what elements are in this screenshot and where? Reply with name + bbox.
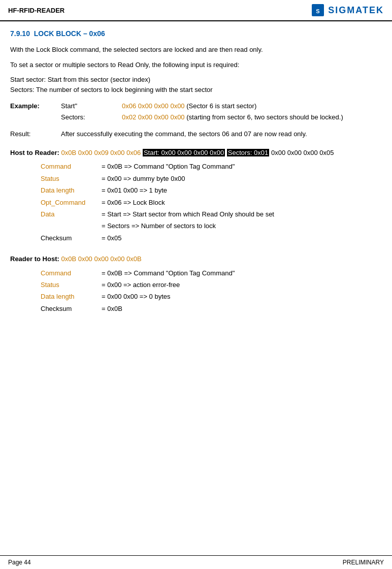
cmd-key-1: Status	[41, 173, 102, 184]
cmd-key-3: Opt_Command	[41, 197, 102, 208]
rh-cmd-val-1: = 0x00 => action error-free	[102, 279, 382, 291]
cmd-row-2: Data length = 0x01 0x00 => 1 byte	[41, 184, 382, 196]
svg-text:S: S	[316, 8, 320, 14]
start-highlight: Start: 0x00 0x00 0x00 0x00	[143, 149, 225, 156]
host-reader-header: Host to Reader: 0x0B 0x00 0x09 0x00 0x06…	[10, 147, 382, 159]
example-start-key: Start"	[61, 101, 122, 112]
page-footer: Page 44 PRELIMINARY	[0, 555, 392, 569]
host-reader-orange: 0x0B 0x00 0x09 0x00 0x06	[61, 149, 141, 156]
rh-cmd-row-0: Command = 0x0B => Command "Option Tag Co…	[41, 267, 382, 279]
intro3-line1: Start sector: Start from this sector (se…	[10, 76, 150, 83]
logo-text: SIGMATEK	[328, 5, 384, 16]
host-reader-label: Host to Reader:	[10, 149, 59, 156]
example-block: Example: Start" 0x06 0x00 0x00 0x00 (Sec…	[10, 101, 382, 123]
cmd-row-3: Opt_Command = 0x06 => Lock Block	[41, 197, 382, 208]
document-title: HF-RFID-READER	[8, 7, 64, 14]
document-status: PRELIMINARY	[343, 559, 384, 566]
cmd-val-1: = 0x00 => dummy byte 0x00	[102, 173, 382, 184]
page-header: HF-RFID-READER S SIGMATEK	[0, 0, 392, 21]
sectors-highlight: Sectors: 0x01	[227, 149, 270, 156]
example-row-start: Example: Start" 0x06 0x00 0x00 0x00 (Sec…	[10, 101, 382, 112]
cmd-val-4: = Start => Start sector from which Read …	[102, 208, 382, 220]
page-content: 7.9.10 LOCK BLOCK – 0x06 With the Lock B…	[0, 21, 392, 348]
rh-cmd-row-1: Status = 0x00 => action error-free	[41, 279, 382, 291]
rh-cmd-row-2: Data length = 0x00 0x00 => 0 bytes	[41, 291, 382, 302]
cmd-key-5	[41, 220, 102, 232]
rh-cmd-val-0: = 0x0B => Command "Option Tag Command"	[102, 267, 382, 279]
reader-host-header: Reader to Host: 0x0B 0x00 0x00 0x00 0x0B	[10, 253, 382, 265]
cmd-key-6: Checksum	[41, 232, 102, 244]
result-label: Result:	[10, 129, 61, 140]
example-table: Example: Start" 0x06 0x00 0x00 0x00 (Sec…	[10, 101, 382, 123]
section-number: 7.9.10	[10, 29, 30, 38]
cmd-key-0: Command	[41, 161, 102, 172]
cmd-row-4: Data = Start => Start sector from which …	[41, 208, 382, 220]
cmd-val-3: = 0x06 => Lock Block	[102, 197, 382, 208]
rh-cmd-key-3: Checksum	[41, 303, 102, 314]
cmd-val-0: = 0x0B => Command "Option Tag Command"	[102, 161, 382, 172]
sigmatek-logo-icon: S	[311, 3, 325, 17]
reader-host-commands: Command = 0x0B => Command "Option Tag Co…	[41, 267, 382, 315]
start-val-normal: (Sector 6 is start sector)	[186, 102, 256, 110]
sectors-val-orange: 0x02 0x00 0x00 0x00	[122, 113, 185, 121]
intro-para-3: Start sector: Start from this sector (se…	[10, 75, 382, 94]
example-sectors-val: 0x02 0x00 0x00 0x00 (starting from secto…	[122, 112, 382, 123]
sectors-val-normal: (starting from sector 6, two sectors sho…	[186, 113, 343, 121]
cmd-row-6: Checksum = 0x05	[41, 232, 382, 244]
logo-area: S SIGMATEK	[311, 3, 384, 17]
host-reader-suffix: 0x00 0x00 0x00 0x05	[271, 149, 334, 156]
intro-para-1: With the Lock Block command, the selecte…	[10, 45, 382, 55]
result-table: Result: After successfully executing the…	[10, 129, 382, 140]
cmd-row-5: = Sectors => Number of sectors to lock	[41, 220, 382, 232]
result-row: Result: After successfully executing the…	[10, 129, 382, 140]
rh-cmd-key-0: Command	[41, 267, 102, 279]
example-row-sectors: Sectors: 0x02 0x00 0x00 0x00 (starting f…	[10, 112, 382, 123]
cmd-key-2: Data length	[41, 184, 102, 196]
start-val-orange: 0x06 0x00 0x00 0x00	[122, 102, 185, 110]
page-number: Page 44	[8, 559, 31, 566]
reader-host-orange: 0x0B 0x00 0x00 0x00 0x0B	[61, 255, 141, 263]
cmd-val-6: = 0x05	[102, 232, 382, 244]
example-sectors-key: Sectors:	[61, 112, 122, 123]
rh-cmd-row-3: Checksum = 0x0B	[41, 303, 382, 314]
example-start-val: 0x06 0x00 0x00 0x00 (Sector 6 is start s…	[122, 101, 382, 112]
rh-cmd-key-1: Status	[41, 279, 102, 291]
rh-cmd-key-2: Data length	[41, 291, 102, 302]
cmd-key-4: Data	[41, 208, 102, 220]
rh-cmd-val-3: = 0x0B	[102, 303, 382, 314]
cmd-row-0: Command = 0x0B => Command "Option Tag Co…	[41, 161, 382, 172]
intro-para-2: To set a sector or multiple sectors to R…	[10, 60, 382, 70]
section-title: 7.9.10 LOCK BLOCK – 0x06	[10, 29, 382, 38]
example-label: Example:	[10, 101, 61, 112]
rh-cmd-val-2: = 0x00 0x00 => 0 bytes	[102, 291, 382, 302]
result-block: Result: After successfully executing the…	[10, 129, 382, 140]
intro3-line2: Sectors: The number of sectors to lock b…	[10, 86, 213, 93]
cmd-val-5: = Sectors => Number of sectors to lock	[102, 220, 382, 232]
section-heading: LOCK BLOCK – 0x06	[34, 29, 105, 38]
result-text: After successfully executing the command…	[61, 129, 382, 140]
reader-host-label: Reader to Host:	[10, 255, 59, 263]
host-reader-commands: Command = 0x0B => Command "Option Tag Co…	[41, 161, 382, 244]
cmd-row-1: Status = 0x00 => dummy byte 0x00	[41, 173, 382, 184]
cmd-val-2: = 0x01 0x00 => 1 byte	[102, 184, 382, 196]
